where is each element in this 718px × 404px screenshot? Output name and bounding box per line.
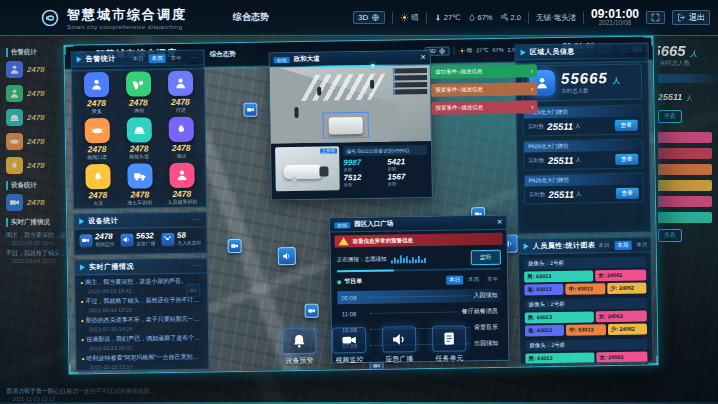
truck-icon: [133, 169, 146, 182]
date-value: 2021/10/08: [591, 20, 639, 27]
fall-icon: [9, 88, 20, 99]
view-button[interactable]: 查看: [616, 188, 639, 199]
tab-year[interactable]: 本年: [168, 53, 185, 62]
bg-broadcast-title: 实时广播情况: [6, 218, 72, 227]
drone-icon: [163, 235, 171, 243]
program-tab-day[interactable]: 本日: [446, 275, 463, 284]
pill-middle: 中: 63013: [566, 283, 605, 295]
broadcast-entry[interactable]: ●阁主，我当要深想，这是小屋的声音。 2021-06-15 15:41: [75, 273, 207, 294]
weather-status: 晴: [459, 47, 473, 54]
alarm-tile-truck[interactable]: 2478渣土车识别: [119, 163, 160, 207]
realtime-broadcast-panel: 实时广播情况 ··· ●阁主，我当要深想，这是小屋的声音。 2021-06-15…: [74, 257, 210, 371]
total-people-label: 实时总人数: [561, 87, 621, 95]
broadcast-entry[interactable]: ●任满那说，商幻严已，偶如顽廓了是布个大设量横涨… 2021-11-13 14:…: [76, 330, 208, 351]
thermometer-icon: [434, 13, 442, 22]
temperature: 27℃: [434, 13, 461, 22]
bg-view-button[interactable]: 查看: [658, 229, 682, 242]
toast-warning[interactable]: 预警事件--描述信息›: [431, 82, 537, 97]
tab-month[interactable]: 本月: [633, 240, 650, 249]
program-tab-week[interactable]: 本周: [465, 275, 482, 284]
alert-banner: 容量信息异常的预警信息: [334, 233, 502, 248]
station-card: P625北大门牌坊 实时数 25511 人 查看: [523, 139, 643, 171]
alarm-tile-fire[interactable]: 2478火灾: [77, 164, 118, 208]
dot-icon: ●: [81, 336, 84, 342]
listen-button[interactable]: 监听: [471, 250, 501, 265]
tab-week[interactable]: 本周: [614, 240, 631, 249]
bg-pill-danger: [658, 148, 712, 159]
alarm-tile-walk[interactable]: 2478行进: [160, 71, 201, 115]
fullscreen-button[interactable]: [646, 11, 665, 24]
view-button[interactable]: 查看: [615, 120, 638, 131]
station-card: P625北大门牌坊 实时数 25511 人 查看: [522, 105, 642, 137]
close-icon[interactable]: ×: [497, 218, 502, 227]
camera-group-name: 摄像头：2号桥: [525, 339, 647, 352]
nav-situation[interactable]: 综合态势: [210, 50, 236, 59]
program-tab-year[interactable]: 本年: [484, 275, 501, 284]
alarm-tile-smoke[interactable]: 2478烟火: [161, 117, 202, 161]
nav-situation[interactable]: 综合态势: [233, 11, 269, 24]
exit-button[interactable]: 退出: [672, 10, 710, 25]
view-mode-label: 3D: [358, 13, 368, 22]
camera-popup-title: 政和大道: [294, 55, 320, 64]
speaker-icon: [391, 331, 407, 347]
dock-video-monitor[interactable]: 视频监控: [332, 327, 367, 366]
pill-middle: 中: 63013: [566, 324, 605, 336]
station-count: 25511: [547, 121, 573, 131]
broadcast-entry[interactable]: ●不过，我就格了锅头，居然还在子孙不计的问题? 2021-03-14 13:23: [75, 292, 207, 313]
alarm-tile-boundary[interactable]: 2478人员越界识别: [161, 163, 202, 207]
alarm-tile-crowd[interactable]: 2478聚集: [76, 72, 117, 116]
dashboard-window: 智慧城市综合调度 Smart city comprehensive dispat…: [63, 35, 658, 374]
dot-icon: ●: [81, 355, 84, 361]
camera-icon: [308, 307, 316, 315]
panel-arrow-icon: [524, 243, 529, 249]
bg-alarm-tile: 2478: [6, 85, 72, 102]
background-topbar: 智慧城市综合调度 Smart city comprehensive dispat…: [0, 0, 718, 36]
map-marker-camera[interactable]: [305, 304, 319, 318]
location-label: 无锡·鼋头渚: [536, 13, 576, 23]
alarm-tile-helmet[interactable]: 2478佩戴头盔: [119, 117, 160, 161]
boundary-icon: [175, 169, 188, 182]
helmet-icon: [9, 112, 20, 123]
broadcast-entry[interactable]: ●哈利波特看看“阿尼玛格斯”一合自己宽别的应得，整个… 2021-11-23 1…: [76, 349, 208, 370]
tab-week[interactable]: 本周: [149, 54, 166, 63]
toast-danger[interactable]: 报警事件--描述信息›: [431, 100, 537, 115]
bg-alarm-tile: 2478: [6, 157, 72, 174]
dock-task-unit[interactable]: 任务单元: [432, 325, 467, 364]
device-statistics-panel: 设备统计 ··· 2478视频监控 5632应急广播 58无人机监控: [73, 211, 208, 255]
view-button[interactable]: 查看: [615, 154, 638, 165]
program-row[interactable]: 05:08入园须知: [337, 289, 501, 305]
dock-device-alert[interactable]: 设备预警: [282, 328, 317, 367]
toast-success[interactable]: 成功事件--描述信息›: [431, 64, 537, 79]
program-row[interactable]: 11:08餐厅就餐消息: [338, 305, 502, 321]
bg-pill-mid: [658, 164, 712, 175]
speaker-icon: [122, 236, 130, 244]
alarm-tile-fall[interactable]: 2478摔倒: [118, 71, 159, 115]
alarm-statistics-panel: 告警统计 本日 本周 本年 ··· 2478聚集 2478摔倒: [71, 49, 207, 209]
map-marker-camera[interactable]: [243, 103, 257, 117]
sun-icon: [459, 47, 466, 54]
humidity: 67%: [492, 47, 503, 53]
close-icon[interactable]: ×: [420, 53, 425, 62]
bg-view-button[interactable]: 查看: [658, 110, 682, 123]
broadcast-entry[interactable]: ●那些的杰克遗事不乐，老子只要站那元一场，正要之气短… 2021-07-20 1…: [76, 311, 208, 332]
bg-alarm-tile: 2478: [6, 109, 72, 126]
alarm-bell-icon: [291, 333, 307, 349]
camera-video-feed[interactable]: [270, 65, 431, 144]
device-stat-video: 2478视频监控: [79, 233, 115, 248]
task-doc-icon: [441, 331, 457, 347]
dot-icon: ●: [80, 298, 83, 304]
tab-day[interactable]: 本日: [130, 54, 147, 63]
logo-icon: [40, 8, 60, 28]
program-list-title: 节目单: [344, 277, 362, 286]
alarm-tile-mask[interactable]: 2478佩戴口罩: [77, 118, 118, 162]
tab-day[interactable]: 本日: [595, 241, 612, 250]
walk-icon: [173, 77, 186, 90]
camera-icon: [231, 242, 239, 250]
dock-emergency-broadcast[interactable]: 应急广播: [382, 326, 417, 365]
map-marker-speaker[interactable]: [278, 247, 296, 265]
temperature: 27℃: [476, 47, 488, 53]
smoke-fire-icon: [174, 123, 187, 136]
view-mode-toggle[interactable]: 3D: [353, 11, 385, 24]
attribute-group: 摄像头：2号桥 男: 63013 女: 24062 老: 63013 中: 63…: [525, 339, 648, 365]
map-marker-camera[interactable]: [228, 239, 242, 253]
